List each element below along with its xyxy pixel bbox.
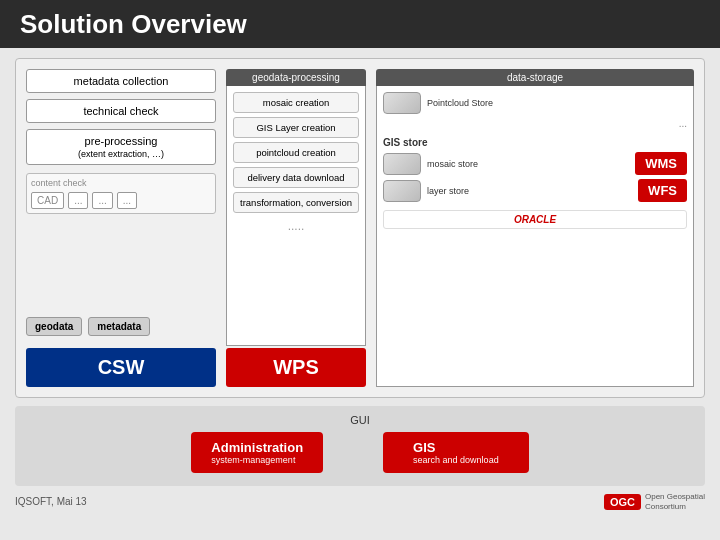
left-column: metadata collection technical check pre-… (26, 69, 216, 387)
right-dots: ... (383, 118, 687, 129)
pre-processing-box: pre-processing (extent extraction, …) (26, 129, 216, 165)
metadata-box: metadata (88, 317, 150, 336)
right-body: Pointcloud Store ... GIS store mosaic st… (376, 86, 694, 387)
csw-button[interactable]: CSW (26, 348, 216, 387)
cad-box: CAD (31, 192, 64, 209)
delivery-data-download-box: delivery data download (233, 167, 359, 188)
technical-check-box: technical check (26, 99, 216, 123)
diagram-box: metadata collection technical check pre-… (15, 58, 705, 398)
layer-cylinder (383, 180, 421, 202)
gis-sub-label: search and download (413, 455, 499, 465)
ogc-badge: OGC (604, 494, 641, 510)
wps-button[interactable]: WPS (226, 348, 366, 387)
geodata-box: geodata (26, 317, 82, 336)
gui-buttons: Administration system-management GIS sea… (30, 432, 690, 473)
gis-label: GIS (413, 440, 499, 455)
admin-sub-label: system-management (211, 455, 303, 465)
geodata-processing-header: geodata-processing (226, 69, 366, 86)
dot3-box: ... (117, 192, 137, 209)
gui-label: GUI (30, 414, 690, 426)
admin-label: Administration (211, 440, 303, 455)
middle-dots: ..... (233, 217, 359, 235)
geodata-meta-row: geodata metadata (26, 317, 216, 336)
mosaic-store-label: mosaic store (427, 159, 478, 169)
data-storage-header: data-storage (376, 69, 694, 86)
mosaic-store-item: mosaic store WMS (383, 152, 687, 175)
middle-body: mosaic creation GIS Layer creation point… (226, 86, 366, 346)
pointcloud-store-label: Pointcloud Store (427, 98, 493, 108)
wms-wfs-area: WMS (635, 152, 687, 175)
mosaic-creation-box: mosaic creation (233, 92, 359, 113)
page-title: Solution Overview (20, 9, 247, 40)
content-check-area: content check CAD ... ... ... (26, 173, 216, 214)
right-column: data-storage Pointcloud Store ... GIS st… (376, 69, 694, 387)
wfs-button[interactable]: WFS (638, 179, 687, 202)
dot1-box: ... (68, 192, 88, 209)
ogc-text: Open GeospatialConsortium (645, 492, 705, 511)
administration-button[interactable]: Administration system-management (191, 432, 323, 473)
gis-button[interactable]: GIS search and download (383, 432, 529, 473)
dot2-box: ... (92, 192, 112, 209)
middle-column: geodata-processing mosaic creation GIS L… (226, 69, 366, 387)
metadata-collection-box: metadata collection (26, 69, 216, 93)
header: Solution Overview (0, 0, 720, 48)
wms-button[interactable]: WMS (635, 152, 687, 175)
footer-copyright: IQSOFT, Mai 13 (15, 496, 87, 507)
pointcloud-cylinder (383, 92, 421, 114)
main-content: metadata collection technical check pre-… (0, 48, 720, 488)
ogc-logo: OGC Open GeospatialConsortium (604, 492, 705, 511)
footer: IQSOFT, Mai 13 OGC Open GeospatialConsor… (0, 488, 720, 515)
pointcloud-creation-box: pointcloud creation (233, 142, 359, 163)
layer-store-label: layer store (427, 186, 469, 196)
layer-store-item: layer store WFS (383, 179, 687, 202)
gis-layer-creation-box: GIS Layer creation (233, 117, 359, 138)
pointcloud-store-item: Pointcloud Store (383, 92, 687, 114)
gis-store-header: GIS store (383, 137, 687, 148)
cad-row: CAD ... ... ... (31, 192, 211, 209)
oracle-logo: ORACLE (383, 210, 687, 229)
mosaic-cylinder (383, 153, 421, 175)
gui-section: GUI Administration system-management GIS… (15, 406, 705, 486)
transformation-conversion-box: transformation, conversion (233, 192, 359, 213)
